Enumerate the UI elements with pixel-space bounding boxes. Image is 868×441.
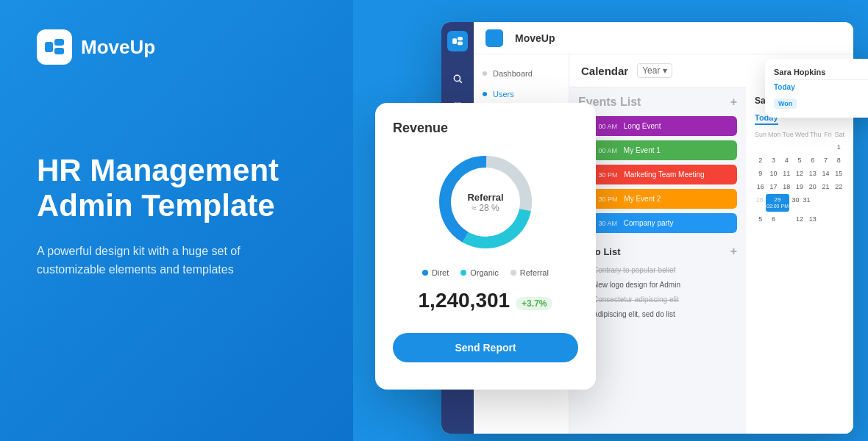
mini-cal-cell-event[interactable]: 2902:00 PM <box>766 194 789 212</box>
mini-cal-cell[interactable]: 28 <box>755 194 764 212</box>
mini-cal-cell[interactable] <box>755 141 766 153</box>
revenue-legend: Diret Organic Referral <box>393 268 578 277</box>
mini-cal-cell[interactable]: 12 <box>794 168 805 179</box>
mini-cal-cell[interactable]: 2 <box>755 154 766 166</box>
mini-cal-cell[interactable]: 13 <box>807 168 819 179</box>
event-label-4: Company party <box>624 219 674 227</box>
year-select[interactable]: Year ▾ <box>637 63 672 78</box>
nav-label-dashboard: Dashboard <box>493 69 533 78</box>
todo-item-2[interactable]: ✓ Consectetur adipiscing elit <box>578 295 737 304</box>
mini-cal-cell[interactable] <box>833 213 844 225</box>
mini-cal-cell[interactable]: 11 <box>780 168 792 179</box>
mini-cal-cell[interactable]: 12 <box>794 213 805 225</box>
mini-cal-cell[interactable]: 30 <box>791 194 800 212</box>
hero-section: MoveUp HR ManagementAdmin Template A pow… <box>0 0 353 441</box>
donut-center-sub: ≈ 28 % <box>467 203 503 213</box>
day-name-sun: Sun <box>755 131 766 138</box>
mini-cal-cell[interactable] <box>824 194 833 212</box>
event-item-1[interactable]: 09 : 00 AM My Event 1 <box>578 140 737 160</box>
mini-cal-cell[interactable]: 5 <box>794 154 805 166</box>
mini-cal-cell[interactable]: 19 <box>794 181 805 193</box>
event-item-4[interactable]: 09 : 30 AM Company party <box>578 213 737 233</box>
mini-cal-cell[interactable]: 6 <box>768 213 780 225</box>
event-label-3: My Event 2 <box>624 195 661 203</box>
hopkins-name: Sara Hopkins <box>774 68 868 76</box>
nav-dashboard[interactable]: Dashboard <box>474 63 569 84</box>
todo-item-3[interactable]: Adipiscing elit, sed do list <box>578 309 737 318</box>
todo-section-title: Todo List + <box>578 245 737 258</box>
todo-section: Todo List + ✓ Contrary to popular belief… <box>578 245 737 318</box>
mini-cal-cell[interactable]: 17 <box>768 181 780 193</box>
send-report-button[interactable]: Send Report <box>393 333 578 362</box>
mini-cal-cell[interactable]: 3 <box>768 154 780 166</box>
todo-text-1: New logo design for Admin <box>593 281 680 289</box>
mini-cal-header: Sun Mon Tue Wed Thu Fri Sat <box>755 131 844 138</box>
day-name-wed: Wed <box>795 131 808 138</box>
todo-item-1[interactable]: New logo design for Admin <box>578 280 737 289</box>
won-badge: Won <box>774 98 797 109</box>
event-item-3[interactable]: 02 : 30 PM My Event 2 <box>578 189 737 209</box>
mini-cal-cell[interactable] <box>794 141 805 153</box>
mini-cal-cell[interactable] <box>820 213 832 225</box>
svg-rect-3 <box>452 38 457 43</box>
mini-cal-cell[interactable] <box>780 141 792 153</box>
mini-cal-cell[interactable]: 21 <box>820 181 832 193</box>
mini-cal-cell[interactable]: 22 <box>833 181 844 193</box>
mini-cal-cell[interactable]: 16 <box>755 181 766 193</box>
mini-cal-cell[interactable]: 10 <box>768 168 780 179</box>
search-sidebar-icon[interactable] <box>451 72 464 85</box>
mini-cal-cell[interactable] <box>780 213 792 225</box>
nav-users[interactable]: Users <box>474 84 569 104</box>
day-name-mon: Mon <box>768 131 781 138</box>
event-item-0[interactable]: 02 : 00 AM Long Event <box>578 116 737 136</box>
add-todo-button[interactable]: + <box>730 245 737 258</box>
event-label-1: My Event 1 <box>624 146 661 154</box>
year-label: Year <box>642 65 660 76</box>
logo-area: MoveUp <box>37 29 316 65</box>
mini-cal-cell[interactable] <box>807 141 819 153</box>
donut-container: Referral ≈ 28 % <box>393 151 578 254</box>
mini-cal-cell[interactable]: 8 <box>833 154 844 166</box>
sidebar-logo <box>447 31 468 51</box>
day-name-sat: Sat <box>834 131 844 138</box>
calendar-title: Calendar <box>581 65 628 77</box>
mini-cal-cell[interactable]: 18 <box>780 181 792 193</box>
legend-label-referral: Referral <box>520 268 549 277</box>
hero-subtitle: A powerful design kit with a huge set of… <box>37 242 302 279</box>
logo-icon <box>37 29 72 65</box>
revenue-change-badge: +3.7% <box>516 297 552 310</box>
add-event-button[interactable]: + <box>730 96 737 109</box>
donut-label: Referral ≈ 28 % <box>467 192 503 213</box>
mini-cal-cell[interactable] <box>820 141 832 153</box>
revenue-number-row: 1,240,301 +3.7% <box>393 289 578 318</box>
mini-cal-cell[interactable]: 1 <box>833 141 844 153</box>
mini-cal-cell[interactable]: 31 <box>802 194 811 212</box>
hero-title: HR ManagementAdmin Template <box>37 153 316 224</box>
app-header: MoveUp <box>474 22 853 54</box>
day-name-fri: Fri <box>823 131 833 138</box>
mini-cal-cell[interactable]: 14 <box>820 168 832 179</box>
app-logo-small <box>485 29 503 47</box>
svg-rect-2 <box>54 48 64 54</box>
mini-cal-cell[interactable] <box>813 194 822 212</box>
svg-rect-0 <box>45 42 53 52</box>
day-name-thu: Thu <box>810 131 822 138</box>
mini-cal-cell[interactable] <box>835 194 844 212</box>
svg-rect-1 <box>54 39 64 46</box>
mini-cal-cell[interactable] <box>768 141 780 153</box>
mini-cal-cell[interactable]: 15 <box>833 168 844 179</box>
mini-cal-cell[interactable]: 6 <box>807 154 819 166</box>
mini-cal-cell[interactable]: 4 <box>780 154 792 166</box>
mini-cal-cell[interactable]: 7 <box>820 154 832 166</box>
event-item-2[interactable]: 05 : 30 PM Marketing Team Meeting <box>578 165 737 184</box>
legend-dot-organic <box>460 270 466 276</box>
mini-cal-cell[interactable]: 9 <box>755 168 766 179</box>
revenue-number: 1,240,301 <box>419 289 511 312</box>
mini-cal-cell[interactable]: 5 <box>755 213 766 225</box>
mini-cal-cell[interactable]: 13 <box>807 213 819 225</box>
todo-item-0[interactable]: ✓ Contrary to popular belief <box>578 265 737 274</box>
mini-cal-row-1: 2 3 4 5 6 7 8 <box>755 154 844 166</box>
svg-line-7 <box>460 81 462 83</box>
mini-cal-cell[interactable]: 20 <box>807 181 819 193</box>
mini-cal-grid: Sun Mon Tue Wed Thu Fri Sat <box>755 131 844 225</box>
